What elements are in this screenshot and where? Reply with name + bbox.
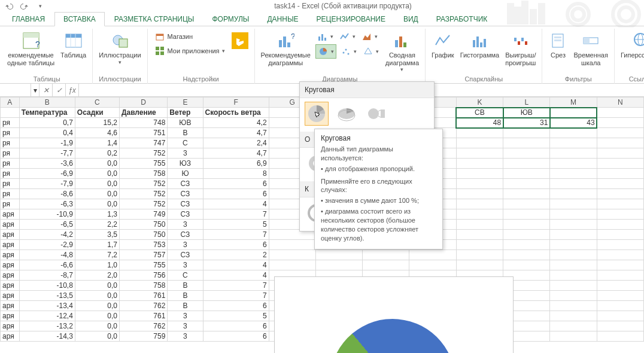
cell[interactable] bbox=[269, 250, 315, 260]
cell[interactable]: ря bbox=[1, 118, 20, 128]
cell[interactable]: СЗ bbox=[168, 209, 203, 220]
cell[interactable]: 6 bbox=[203, 321, 269, 331]
col-M[interactable]: M bbox=[550, 98, 597, 108]
cell[interactable]: -14,3 bbox=[19, 331, 75, 342]
cell[interactable]: 752 bbox=[119, 148, 167, 159]
cell[interactable]: 749 bbox=[119, 209, 167, 220]
tab-data[interactable]: ДАННЫЕ bbox=[259, 13, 306, 26]
cell[interactable]: 0,0 bbox=[75, 159, 119, 169]
tab-home[interactable]: ГЛАВНАЯ bbox=[4, 13, 53, 26]
cell[interactable]: 0,0 bbox=[75, 281, 119, 291]
cell[interactable]: 747 bbox=[119, 138, 167, 148]
cell[interactable]: 6,9 bbox=[203, 159, 269, 169]
cell[interactable] bbox=[597, 321, 643, 331]
cell[interactable]: 758 bbox=[119, 169, 167, 179]
cell[interactable]: 751 bbox=[119, 128, 167, 138]
cell[interactable]: 3 bbox=[168, 148, 203, 159]
cell[interactable]: 752 bbox=[119, 189, 167, 199]
cell[interactable]: аря bbox=[1, 250, 20, 260]
cell[interactable]: -7,9 bbox=[19, 179, 75, 189]
cell[interactable]: -6,5 bbox=[19, 220, 75, 230]
cell[interactable]: 750 bbox=[119, 230, 167, 240]
cell[interactable] bbox=[550, 301, 597, 311]
insert-other-chart-button[interactable] bbox=[361, 45, 381, 58]
cell[interactable]: 2,4 bbox=[203, 138, 269, 148]
redo-icon[interactable] bbox=[19, 1, 30, 11]
cell[interactable] bbox=[1, 108, 20, 118]
cell[interactable] bbox=[550, 128, 597, 138]
cell[interactable] bbox=[597, 169, 643, 179]
cell[interactable]: -1,9 bbox=[19, 138, 75, 148]
cell[interactable]: 748 bbox=[119, 118, 167, 128]
cell[interactable]: Ю bbox=[168, 169, 203, 179]
cell[interactable] bbox=[503, 138, 550, 148]
insert-line-chart-button[interactable] bbox=[338, 30, 357, 43]
cell[interactable] bbox=[597, 209, 643, 220]
cell[interactable]: -6,3 bbox=[19, 199, 75, 209]
slicer-button[interactable]: Срез bbox=[547, 30, 569, 60]
col-A[interactable]: A bbox=[1, 98, 20, 108]
insert-area-chart-button[interactable] bbox=[360, 30, 379, 43]
cell[interactable]: 5 bbox=[203, 220, 269, 230]
sparkline-column-button[interactable]: Гистограмма bbox=[459, 30, 501, 60]
cell[interactable]: аря bbox=[1, 301, 20, 311]
cell[interactable] bbox=[456, 250, 503, 260]
cell[interactable] bbox=[456, 230, 503, 240]
cell[interactable] bbox=[456, 179, 503, 189]
cell[interactable]: 0,7 bbox=[19, 118, 75, 128]
cell[interactable]: 1,7 bbox=[75, 240, 119, 250]
cell[interactable]: аря bbox=[1, 260, 20, 270]
cancel-formula-icon[interactable]: ✕ bbox=[40, 84, 53, 96]
cell[interactable]: 6 bbox=[203, 301, 269, 311]
cell[interactable] bbox=[503, 209, 550, 220]
cell[interactable] bbox=[503, 169, 550, 179]
cell[interactable] bbox=[597, 128, 643, 138]
pivot-chart-button[interactable]: Сводная диаграмма bbox=[384, 30, 420, 74]
cell[interactable]: 762 bbox=[119, 301, 167, 311]
cell[interactable]: -8,6 bbox=[19, 189, 75, 199]
hyperlink-button[interactable]: Гиперссылка bbox=[619, 30, 644, 60]
cell[interactable]: 752 bbox=[119, 199, 167, 209]
cell[interactable]: 755 bbox=[119, 260, 167, 270]
cell[interactable] bbox=[597, 179, 643, 189]
cell[interactable] bbox=[550, 240, 597, 250]
cell[interactable]: 3,5 bbox=[75, 230, 119, 240]
cell[interactable] bbox=[503, 220, 550, 230]
col-D[interactable]: D bbox=[119, 98, 167, 108]
insert-column-chart-button[interactable] bbox=[315, 30, 335, 43]
cell[interactable]: -13,4 bbox=[19, 301, 75, 311]
cell[interactable]: Давление bbox=[119, 108, 167, 118]
col-F[interactable]: F bbox=[203, 98, 269, 108]
cell[interactable]: ря bbox=[1, 138, 20, 148]
cell[interactable]: 755 bbox=[119, 159, 167, 169]
cell[interactable] bbox=[503, 159, 550, 169]
cell[interactable]: 757 bbox=[119, 250, 167, 260]
undo-icon[interactable] bbox=[4, 1, 14, 11]
cell[interactable]: 7 bbox=[203, 291, 269, 301]
tab-view[interactable]: ВИД bbox=[395, 13, 427, 26]
cell[interactable]: 7 bbox=[203, 281, 269, 291]
cell[interactable] bbox=[269, 240, 315, 250]
cell[interactable] bbox=[597, 148, 643, 159]
cell[interactable]: ря bbox=[1, 148, 20, 159]
cell[interactable]: 753 bbox=[119, 240, 167, 250]
cell[interactable]: -7,7 bbox=[19, 148, 75, 159]
cell[interactable] bbox=[550, 138, 597, 148]
tab-page-layout[interactable]: РАЗМЕТКА СТРАНИЦЫ bbox=[106, 13, 203, 26]
cell[interactable]: 1,3 bbox=[75, 209, 119, 220]
tab-formulas[interactable]: ФОРМУЛЫ bbox=[203, 13, 257, 26]
cell[interactable]: аря bbox=[1, 291, 20, 301]
cell[interactable] bbox=[503, 199, 550, 209]
cell[interactable] bbox=[550, 260, 597, 270]
cell[interactable]: 756 bbox=[119, 270, 167, 281]
cell[interactable] bbox=[550, 220, 597, 230]
cell[interactable]: 4,6 bbox=[75, 128, 119, 138]
pie-2d-option[interactable] bbox=[305, 102, 329, 126]
cell[interactable] bbox=[269, 260, 315, 270]
cell[interactable]: 4 bbox=[203, 270, 269, 281]
cell[interactable] bbox=[456, 189, 503, 199]
cell[interactable]: 0,2 bbox=[75, 148, 119, 159]
cell[interactable]: аря bbox=[1, 321, 20, 331]
cell[interactable]: Ветер bbox=[168, 108, 203, 118]
qat-dropdown-icon[interactable] bbox=[35, 1, 45, 11]
